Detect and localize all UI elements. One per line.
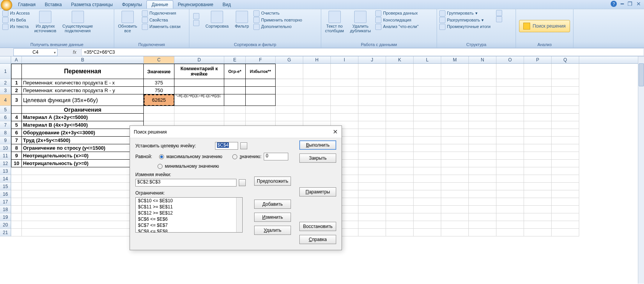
sort-button[interactable]: Сортировка [204, 10, 230, 29]
row-7[interactable]: 7 [0, 121, 11, 129]
cell-A10[interactable]: 8 [11, 144, 22, 152]
cell-B1[interactable]: Переменная [22, 64, 144, 79]
col-M[interactable]: M [441, 56, 469, 63]
connections-button[interactable]: Подключения [142, 10, 181, 17]
cell-A4[interactable]: 3 [11, 94, 22, 106]
cell-B8[interactable]: Оборудование (2x+3y<=3000) [22, 129, 144, 137]
col-P[interactable]: P [524, 56, 552, 63]
constraint-item[interactable]: $C$7 <= $E$7 [136, 222, 242, 228]
group-button[interactable]: Группировать ▾ [439, 10, 491, 17]
row-5[interactable]: 5 [0, 106, 11, 114]
vertical-scrollbar[interactable] [638, 56, 644, 284]
close-icon[interactable]: ✕ [636, 1, 641, 7]
tab-view[interactable]: Вид [218, 1, 235, 8]
col-Q[interactable]: Q [552, 56, 579, 63]
col-O[interactable]: O [496, 56, 524, 63]
tab-page-layout[interactable]: Разметка страницы [66, 1, 117, 8]
hide-detail-icon[interactable] [496, 16, 502, 22]
cell-C5[interactable] [144, 106, 174, 114]
cell-G1[interactable] [276, 64, 303, 79]
col-D[interactable]: D [174, 56, 224, 63]
cell-A1[interactable] [11, 64, 22, 79]
filter-button[interactable]: Фильтр [233, 10, 250, 29]
row-10[interactable]: 10 [0, 144, 11, 152]
row-2[interactable]: 2 [0, 79, 11, 87]
reapply-button[interactable]: Применить повторно [253, 17, 302, 24]
ref-picker-icon[interactable] [240, 142, 247, 149]
col-E[interactable]: E [224, 56, 246, 63]
cell-B3[interactable]: Переменная: количество продукта R - y [22, 87, 144, 94]
advanced-filter-button[interactable]: Дополнительно [253, 23, 302, 30]
cell-A11[interactable]: 9 [11, 152, 22, 160]
suggest-button[interactable]: Предположить [254, 177, 291, 186]
execute-button[interactable]: Выполнить [299, 140, 336, 150]
row-11[interactable]: 11 [0, 152, 11, 160]
refresh-all-button[interactable]: Обновить все [117, 10, 139, 34]
clear-filter-button[interactable]: Очистить [253, 10, 302, 17]
constraint-item[interactable]: $C$11 >= $E$11 [136, 204, 242, 210]
cell-C4[interactable]: 62625 [144, 94, 174, 106]
row-6[interactable]: 6 [0, 114, 11, 121]
row-12[interactable]: 12 [0, 160, 11, 167]
properties-button[interactable]: Свойства [142, 17, 181, 24]
row-4[interactable]: 4 [0, 94, 11, 106]
cell-F1[interactable]: Избыток** [246, 64, 276, 79]
cell-B6[interactable]: Материал А (3x+2y<=5000) [22, 114, 144, 121]
help-icon[interactable]: ? [611, 1, 617, 7]
remove-duplicates-button[interactable]: Удалить дубликаты [348, 10, 372, 34]
tab-review[interactable]: Рецензирование [173, 1, 218, 8]
cell-A3[interactable]: 2 [11, 87, 22, 94]
col-H[interactable]: H [303, 56, 331, 63]
delete-constraint-button[interactable]: Удалить [254, 226, 291, 235]
minimize-icon[interactable]: ━ [621, 1, 624, 7]
col-L[interactable]: L [414, 56, 441, 63]
col-N[interactable]: N [469, 56, 496, 63]
help-button[interactable]: Справка [299, 235, 336, 244]
row-9[interactable]: 9 [0, 137, 11, 144]
cell-A2[interactable]: 1 [11, 79, 22, 87]
tab-home[interactable]: Главная [13, 1, 40, 8]
ungroup-button[interactable]: Разгруппировать ▾ [439, 17, 491, 24]
cell-B4[interactable]: Целевая функция (35x+66y) [22, 94, 144, 106]
cell-B5[interactable]: Ограничения [22, 106, 144, 114]
change-constraint-button[interactable]: Изменить [254, 213, 291, 222]
radio-min[interactable] [158, 164, 163, 169]
value-input[interactable]: 0 [264, 153, 288, 160]
col-A[interactable]: A [11, 56, 22, 63]
tab-formulas[interactable]: Формулы [117, 1, 146, 8]
tab-insert[interactable]: Вставка [40, 1, 67, 8]
cell-A5[interactable] [11, 106, 22, 114]
solver-button[interactable]: Поиск решения [519, 20, 570, 32]
restore-icon[interactable]: ❐ [628, 1, 632, 7]
col-J[interactable]: J [358, 56, 386, 63]
text-to-columns-button[interactable]: Текст по столбцам [324, 10, 345, 34]
cell-C1[interactable]: Значение [144, 64, 174, 79]
constraints-listbox[interactable]: $C$10 <= $E$10 $C$11 >= $E$11 $C$12 >= $… [135, 197, 243, 233]
listbox-scrollbar[interactable] [236, 198, 242, 232]
cell-B7[interactable]: Материал В (4x+3y<=5400) [22, 121, 144, 129]
cell-E3[interactable] [224, 87, 246, 94]
col-C[interactable]: C [144, 56, 174, 63]
cell-B10[interactable]: Ограничение по стросу (y<=1500) [22, 144, 144, 152]
radio-value[interactable] [232, 154, 237, 159]
from-text-button[interactable]: Из текста [2, 23, 30, 30]
show-detail-icon[interactable] [496, 10, 502, 16]
formula-input[interactable]: =35*C2+66*C3 [81, 48, 644, 56]
subtotal-button[interactable]: Промежуточные итоги [439, 23, 491, 30]
cell-A6[interactable]: 4 [11, 114, 22, 121]
cell-C2[interactable]: 375 [144, 79, 174, 87]
cell-F3[interactable] [246, 87, 276, 94]
sort-az-button[interactable] [192, 10, 201, 27]
name-box[interactable]: C4▼ [13, 48, 58, 56]
radio-max[interactable] [159, 154, 164, 159]
col-G[interactable]: G [276, 56, 303, 63]
cell-A7[interactable]: 5 [11, 121, 22, 129]
constraint-item[interactable]: $C$12 >= $E$12 [136, 210, 242, 216]
row-3[interactable]: 3 [0, 87, 11, 94]
cell-A12[interactable]: 10 [11, 160, 22, 167]
whatif-button[interactable]: Анализ "что-если" [375, 23, 419, 30]
target-cell-input[interactable]: $C$4 [215, 142, 238, 150]
cell-D1[interactable]: Комментарий к ячейке [174, 64, 224, 79]
existing-conn-button[interactable]: Существующие подключения [61, 10, 95, 34]
dialog-close-icon[interactable]: ✕ [333, 128, 338, 135]
